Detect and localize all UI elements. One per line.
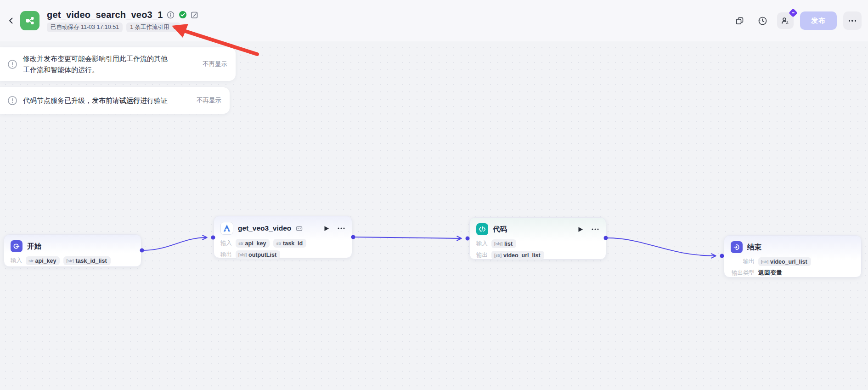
node-title: get_veo3_video — [238, 224, 291, 232]
param-chip: [str]task_id_list — [63, 256, 110, 265]
title-block: get_video_search_veo3_1 — [47, 10, 199, 32]
status-check-icon — [179, 11, 187, 19]
banner-text: 修改并发布变更可能会影响引用此工作流的其他工作流和智能体的运行。 — [23, 53, 171, 75]
chevron-left-icon — [7, 17, 15, 24]
end-node-icon — [731, 241, 743, 253]
workflow-editor: get_video_search_veo3_1 — [0, 0, 868, 390]
more-options-button[interactable] — [843, 11, 862, 30]
banner-text: 代码节点服务已升级，发布前请试运行进行验证 — [23, 95, 168, 106]
output-label: 输出 — [220, 251, 232, 259]
node-get-veo3-video[interactable]: get_veo3_video 输入 — [214, 216, 352, 258]
warning-circle-icon — [7, 96, 17, 106]
input-label: 输入 — [476, 240, 488, 248]
param-chip: strapi_key — [236, 239, 270, 248]
param-chip: [str]video_url_list — [758, 257, 811, 266]
output-label: 输出 — [731, 258, 755, 266]
collaboration-notice-badge — [789, 8, 798, 17]
node-title: 开始 — [27, 242, 41, 251]
run-node-button[interactable] — [576, 225, 585, 233]
api-plugin-badge-icon — [296, 225, 303, 232]
warning-banner-refs: 修改并发布变更可能会影响引用此工作流的其他工作流和智能体的运行。 不再显示 — [0, 47, 236, 81]
node-title: 代码 — [493, 225, 507, 234]
collaboration-button[interactable] — [777, 12, 794, 29]
workflow-title: get_video_search_veo3_1 — [47, 10, 163, 20]
history-clock-icon — [758, 16, 767, 26]
history-button[interactable] — [754, 12, 771, 29]
start-node-icon — [11, 240, 23, 252]
chevron-down-icon: ▼ — [172, 25, 177, 30]
ellipsis-icon — [338, 227, 345, 229]
output-type-label: 输出类型 — [731, 269, 755, 277]
header-actions: 发布 — [731, 11, 862, 30]
ellipsis-icon — [592, 228, 599, 230]
publish-button[interactable]: 发布 — [800, 11, 837, 30]
param-chip: [obj]outputList — [236, 250, 280, 259]
play-icon — [578, 226, 583, 232]
duplicate-button[interactable] — [731, 12, 748, 29]
edit-icon[interactable] — [191, 11, 199, 19]
users-icon — [781, 16, 790, 25]
node-more-button[interactable] — [337, 224, 345, 232]
node-start[interactable]: 开始 输入 strapi_key [str]task_id_list — [4, 234, 141, 267]
warning-banner-code-upgrade: 代码节点服务已升级，发布前请试运行进行验证 不再显示 — [0, 87, 230, 114]
run-node-button[interactable] — [322, 224, 331, 232]
info-icon[interactable] — [167, 11, 175, 19]
ellipsis-icon — [849, 20, 851, 22]
dismiss-link[interactable]: 不再显示 — [203, 60, 227, 68]
node-more-button[interactable] — [591, 225, 599, 233]
plugin-a-logo-icon — [220, 222, 233, 235]
input-label: 输入 — [11, 257, 22, 265]
node-code[interactable]: 代码 输入 [obj]list 输出 — [469, 217, 606, 260]
copy-icon — [735, 17, 744, 25]
param-chip: [str]video_url_list — [491, 251, 544, 260]
play-icon — [324, 226, 329, 232]
workflow-refs-dropdown[interactable]: 1 条工作流引用 ▼ — [126, 23, 180, 32]
warning-circle-icon — [7, 59, 17, 69]
node-end[interactable]: 结束 输出 [str]video_url_list 输出类型 返回变量 — [724, 235, 862, 277]
workflow-app-icon — [20, 11, 39, 30]
autosave-badge: 已自动保存 11-03 17:10:51 — [47, 23, 123, 32]
param-chip: strapi_key — [26, 256, 60, 265]
input-label: 输入 — [220, 239, 232, 247]
workflow-glyph-icon — [24, 15, 35, 26]
output-type-value: 返回变量 — [758, 269, 782, 277]
param-chip: [obj]list — [491, 239, 516, 248]
param-chip: strtask_id — [273, 239, 306, 248]
output-label: 输出 — [476, 251, 488, 259]
top-bar: get_video_search_veo3_1 — [0, 0, 868, 41]
code-node-icon — [476, 223, 488, 235]
dismiss-link[interactable]: 不再显示 — [197, 96, 221, 105]
node-title: 结束 — [747, 243, 761, 252]
back-button[interactable] — [5, 14, 17, 27]
